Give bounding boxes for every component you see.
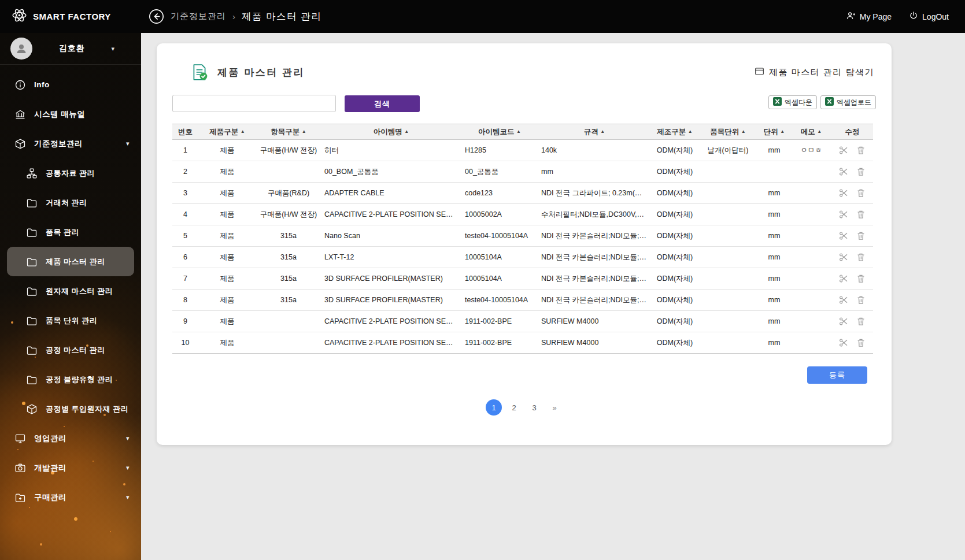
page-button-3[interactable]: 3	[526, 399, 542, 416]
column-header-7[interactable]: 품목단위 ▲	[698, 124, 757, 140]
column-header-4[interactable]: 아이템코드 ▲	[461, 124, 538, 140]
explorer-link-label: 제품 마스터 관리 탐색기	[769, 67, 874, 78]
sidebar-item-label: 영업관리	[34, 433, 66, 444]
trash-icon[interactable]	[856, 274, 866, 283]
power-icon	[909, 11, 918, 22]
table-body: 1제품구매품(H/W 전장)히터H1285140kODM(자체)날개(아답터)m…	[172, 140, 873, 354]
sidebar-item-9[interactable]: 공정 마스터 관리	[7, 335, 134, 365]
app-logo[interactable]: SMART FACTORY	[0, 8, 141, 25]
table-row-5: 6제품315aLXT-T-1210005104ANDI 전극 카본슬러리;NDI…	[172, 247, 873, 268]
column-header-8[interactable]: 단위 ▲	[757, 124, 791, 140]
column-header-9[interactable]: 메모 ▲	[791, 124, 831, 140]
cell: 제품	[198, 247, 256, 268]
excel-download-button[interactable]: 엑셀다운	[768, 95, 817, 109]
cell: ODM(자체)	[651, 247, 698, 268]
edit-scissors-icon[interactable]	[839, 338, 848, 347]
explorer-link[interactable]: 제품 마스터 관리 탐색기	[755, 66, 874, 78]
cell: 3D SURFACE PROFILER(MASTER)	[321, 290, 461, 311]
sort-asc-icon: ▲	[688, 129, 693, 134]
back-button[interactable]	[149, 9, 164, 24]
trash-icon[interactable]	[856, 295, 866, 305]
sidebar-item-label: 개발관리	[34, 463, 66, 473]
edit-scissors-icon[interactable]	[839, 274, 848, 283]
next-page-button[interactable]: »	[546, 399, 563, 416]
sort-asc-icon: ▲	[817, 129, 822, 134]
excel-upload-button[interactable]: 엑셀업로드	[820, 95, 876, 109]
sidebar-item-12[interactable]: 영업관리▾	[7, 424, 134, 453]
cell	[791, 225, 831, 247]
sidebar-item-7[interactable]: 원자재 마스터 관리	[7, 276, 134, 306]
breadcrumb: 기준정보관리 › 제품 마스터 관리	[141, 9, 846, 24]
column-header-3[interactable]: 아이템명 ▲	[321, 124, 461, 140]
sidebar-item-3[interactable]: 공통자료 관리	[7, 158, 134, 188]
column-header-label: 메모	[801, 128, 815, 136]
column-header-2[interactable]: 항목구분 ▲	[256, 124, 321, 140]
cell: mm	[538, 161, 651, 183]
cell: ODM(자체)	[651, 225, 698, 247]
search-button[interactable]: 검색	[345, 95, 420, 112]
edit-scissors-icon[interactable]	[839, 253, 848, 262]
trash-icon[interactable]	[856, 253, 866, 262]
edit-scissors-icon[interactable]	[839, 146, 848, 155]
cell: 제품	[198, 204, 256, 225]
sidebar-item-8[interactable]: 품목 단위 관리	[7, 306, 134, 335]
sidebar-item-10[interactable]: 공정 불량유형 관리	[7, 365, 134, 394]
trash-icon[interactable]	[856, 146, 866, 155]
column-header-1[interactable]: 제품구분 ▲	[198, 124, 256, 140]
trash-icon[interactable]	[856, 231, 866, 240]
product-master-card: 제품 마스터 관리 제품 마스터 관리 탐색기 검색 엑셀다운 엑셀업로드	[157, 43, 892, 445]
user-menu[interactable]: 김호환 ▾	[0, 33, 141, 65]
trash-icon[interactable]	[856, 317, 866, 326]
sidebar-item-1[interactable]: 시스템 매뉴얼	[7, 99, 134, 129]
folder-icon	[25, 374, 38, 385]
topbar-actions: My Page LogOut	[846, 11, 965, 23]
cell	[698, 332, 757, 354]
sidebar-item-2[interactable]: 기준정보관리▾	[7, 129, 134, 158]
sidebar-item-6[interactable]: 제품 마스터 관리	[7, 247, 134, 276]
caret-down-icon: ▾	[111, 45, 114, 53]
edit-scissors-icon[interactable]	[839, 188, 848, 198]
sidebar-item-0[interactable]: Info	[7, 70, 134, 99]
trash-icon[interactable]	[856, 210, 866, 219]
excel-upload-label: 엑셀업로드	[837, 98, 871, 107]
edit-scissors-icon[interactable]	[839, 295, 848, 305]
cell	[791, 311, 831, 332]
cell: ODM(자체)	[651, 332, 698, 354]
trash-icon[interactable]	[856, 167, 866, 176]
column-header-6[interactable]: 제조구분 ▲	[651, 124, 698, 140]
sidebar-item-13[interactable]: 개발관리▾	[7, 453, 134, 483]
cell	[698, 311, 757, 332]
user-name: 김호환	[32, 43, 111, 54]
my-page-link[interactable]: My Page	[846, 11, 892, 23]
sitemap-icon	[25, 168, 38, 179]
trash-icon[interactable]	[856, 188, 866, 198]
edit-scissors-icon[interactable]	[839, 167, 848, 176]
sidebar-item-label: 거래처 관리	[46, 198, 87, 208]
column-header-5[interactable]: 규격 ▲	[538, 124, 651, 140]
cell: 제품	[198, 332, 256, 354]
topbar: SMART FACTORY 기준정보관리 › 제품 마스터 관리 My Page…	[0, 0, 965, 33]
cell	[698, 247, 757, 268]
edit-scissors-icon[interactable]	[839, 210, 848, 219]
page-button-1[interactable]: 1	[486, 399, 502, 416]
sidebar-item-4[interactable]: 거래처 관리	[7, 188, 134, 217]
cell: 10	[172, 332, 198, 354]
cell: 1911-002-BPE	[461, 332, 538, 354]
sidebar-item-label: Info	[34, 80, 50, 89]
logout-link[interactable]: LogOut	[909, 11, 949, 22]
register-button[interactable]: 등록	[807, 366, 867, 384]
breadcrumb-parent[interactable]: 기준정보관리	[171, 11, 226, 22]
row-actions	[831, 225, 873, 247]
edit-scissors-icon[interactable]	[839, 231, 848, 240]
sidebar-item-label: 제품 마스터 관리	[46, 257, 105, 267]
table-row-1: 2제품00_BOM_공통품00_공통품mmODM(자체)	[172, 161, 873, 183]
edit-scissors-icon[interactable]	[839, 317, 848, 326]
search-input[interactable]	[172, 95, 336, 112]
sidebar-item-14[interactable]: 구매관리▾	[7, 483, 134, 512]
page-button-2[interactable]: 2	[506, 399, 522, 416]
sidebar-item-5[interactable]: 품목 관리	[7, 217, 134, 247]
sidebar-item-11[interactable]: 공정별 투입원자재 관리	[7, 394, 134, 424]
cell: NDI 전극 카본슬러리;NDI모듈; PO...	[538, 290, 651, 311]
trash-icon[interactable]	[856, 338, 866, 347]
column-header-10: 수정	[831, 124, 873, 140]
